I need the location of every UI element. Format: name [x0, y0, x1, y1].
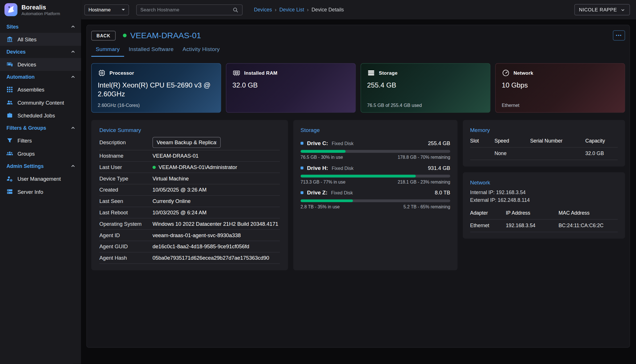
briefcase-icon: [7, 112, 13, 119]
column-header: Capacity: [585, 138, 618, 144]
drive-usage-bar: [300, 175, 450, 178]
drive-remaining-text: 218.1 GB - 23% remaining: [398, 180, 450, 184]
row-label: Agent ID: [99, 232, 152, 238]
cell-adapter: Ethernet: [470, 223, 506, 229]
building-icon: [7, 36, 13, 43]
user-gear-icon: [7, 176, 13, 182]
external-ip: External IP: 162.248.8.114: [470, 197, 618, 205]
drive-usage-bar: [300, 150, 450, 153]
drive-size: 931.4 GB: [428, 165, 450, 171]
row-label: Last Seen: [99, 198, 152, 204]
sidebar-item-label: All Sites: [17, 36, 37, 42]
ellipsis-icon: •••: [616, 33, 622, 38]
network-value: 10 Gbps: [502, 81, 618, 90]
caret-down-icon: [122, 9, 125, 11]
table-row: Created 10/05/2025 @ 3:26 AM: [99, 184, 280, 196]
sidebar-item-all-sites[interactable]: All Sites: [0, 33, 81, 46]
column-header: MAC Address: [558, 210, 618, 216]
table-row: Last Seen Currently Online: [99, 196, 280, 207]
row-label: Device Type: [99, 176, 152, 182]
tab-summary[interactable]: Summary: [91, 46, 124, 57]
table-row: Agent Hash 05ba0e7935171d626ecea29b27d7a…: [99, 253, 280, 264]
sidebar-item-label: Devices: [17, 61, 36, 67]
hostname-select-value: Hostname: [88, 7, 111, 13]
brand-name: Borealis: [21, 4, 60, 11]
internal-ip: Internal IP: 192.168.3.54: [470, 189, 618, 197]
sidebar-item-user-management[interactable]: User Management: [0, 172, 81, 185]
sidebar: Borealis Automation Platform Sites All S…: [0, 0, 81, 364]
row-value: 10/05/2025 @ 3:26 AM: [153, 187, 207, 193]
section-label: Admin Settings: [7, 163, 44, 169]
row-label: Hostname: [99, 153, 152, 159]
row-label: Description: [99, 139, 152, 145]
row-value: 10/03/2025 @ 6:24 AM: [153, 210, 207, 215]
drive-used-text: 76.5 GB - 30% in use: [300, 155, 343, 160]
sidebar-section-sites[interactable]: Sites: [0, 21, 81, 33]
stat-title: Processor: [110, 70, 134, 76]
drive-usage-fill: [300, 175, 416, 178]
tab-activity-history[interactable]: Activity History: [178, 46, 224, 57]
sidebar-section-filters-groups[interactable]: Filters & Groups: [0, 122, 81, 134]
device-details-panel: BACK VEEAM-DRAAS-01 ••• Summary Installe…: [86, 25, 630, 348]
breadcrumb-current: Device Details: [312, 7, 344, 13]
row-value: VEEAM-DRAAS-01\Administrator: [153, 164, 237, 170]
table-row: Hostname VEEAM-DRAAS-01: [99, 150, 280, 162]
sidebar-item-server-info[interactable]: Server Info: [0, 185, 81, 198]
table-row: Last Reboot 10/03/2025 @ 6:24 AM: [99, 207, 280, 218]
memory-panel-card: Memory Slot Speed Serial Number Capacity…: [463, 120, 625, 166]
more-options-button[interactable]: •••: [613, 30, 625, 41]
breadcrumb-separator-icon: ›: [307, 7, 309, 13]
network-table-header: Adapter IP Address MAC Address: [470, 207, 618, 219]
table-row: Device Type Virtual Machine: [99, 173, 280, 184]
description-input[interactable]: [153, 137, 221, 148]
search-input[interactable]: [140, 7, 233, 13]
topbar: Hostname Devices › Device List › Device …: [81, 0, 636, 19]
row-value: Windows 10 2022 Datacenter 21H2 Build 20…: [153, 221, 278, 227]
sidebar-item-groups[interactable]: Groups: [0, 147, 81, 160]
drive-type: Fixed Disk: [332, 141, 353, 146]
sidebar-item-filters[interactable]: Filters: [0, 134, 81, 147]
server-icon: [7, 188, 13, 195]
table-row: Last User VEEAM-DRAAS-01\Administrator: [99, 162, 280, 173]
drive-remaining-text: 178.8 GB - 70% remaining: [398, 155, 450, 160]
breadcrumb-device-list[interactable]: Device List: [279, 7, 304, 13]
app-root: Borealis Automation Platform Sites All S…: [0, 0, 636, 364]
column-header: Adapter: [470, 210, 506, 216]
user-menu-button[interactable]: NICOLE RAPPE: [574, 4, 630, 15]
sidebar-item-assemblies[interactable]: Assemblies: [0, 83, 81, 96]
chevron-up-icon: [70, 49, 75, 54]
sidebar-item-community-content[interactable]: Community Content: [0, 96, 81, 109]
groups-icon: [7, 150, 13, 157]
sidebar-section-automation[interactable]: Automation: [0, 71, 81, 83]
online-status-dot: [153, 166, 156, 169]
drive-row: Drive Z: Fixed Disk 8.0 TB 2.8 TB - 35% …: [300, 190, 450, 209]
memory-chip-icon: [233, 69, 241, 77]
row-value: veeam-draas-01-agent-svc-8930a338: [153, 232, 241, 238]
stat-title: Storage: [379, 70, 398, 76]
page-title: VEEAM-DRAAS-01: [130, 31, 201, 40]
device-summary-title: Device Summary: [99, 124, 280, 135]
back-button[interactable]: BACK: [91, 30, 116, 40]
sidebar-item-label: Filters: [17, 138, 32, 144]
breadcrumb-devices[interactable]: Devices: [254, 7, 272, 13]
row-label: Agent GUID: [99, 243, 152, 249]
network-panel-title: Network: [470, 176, 618, 187]
user-name: NICOLE RAPPE: [579, 7, 617, 13]
storage-card: Storage 255.4 GB 76.5 GB of 255.4 GB use…: [361, 63, 490, 113]
drive-bullet-icon: [300, 142, 303, 145]
ram-card: Installed RAM 32.0 GB: [226, 63, 356, 113]
sidebar-section-devices[interactable]: Devices: [0, 46, 81, 58]
sidebar-section-admin-settings[interactable]: Admin Settings: [0, 160, 81, 172]
sidebar-item-devices[interactable]: Devices: [0, 58, 81, 71]
sidebar-item-scheduled-jobs[interactable]: Scheduled Jobs: [0, 109, 81, 122]
chevron-up-icon: [70, 126, 75, 131]
storage-value: 255.4 GB: [367, 81, 484, 90]
table-row: Ethernet 192.168.3.54 BC:24:11:CA:C6:2C: [470, 219, 618, 232]
chevron-up-icon: [70, 24, 75, 29]
hostname-filter-select[interactable]: Hostname: [84, 4, 129, 15]
network-subtext: Ethernet: [502, 103, 519, 108]
drive-used-text: 713.3 GB - 77% in use: [300, 180, 345, 184]
tab-installed-software[interactable]: Installed Software: [124, 46, 178, 57]
drive-name: Drive H:: [307, 165, 328, 171]
table-row: Operating System Windows 10 2022 Datacen…: [99, 218, 280, 230]
